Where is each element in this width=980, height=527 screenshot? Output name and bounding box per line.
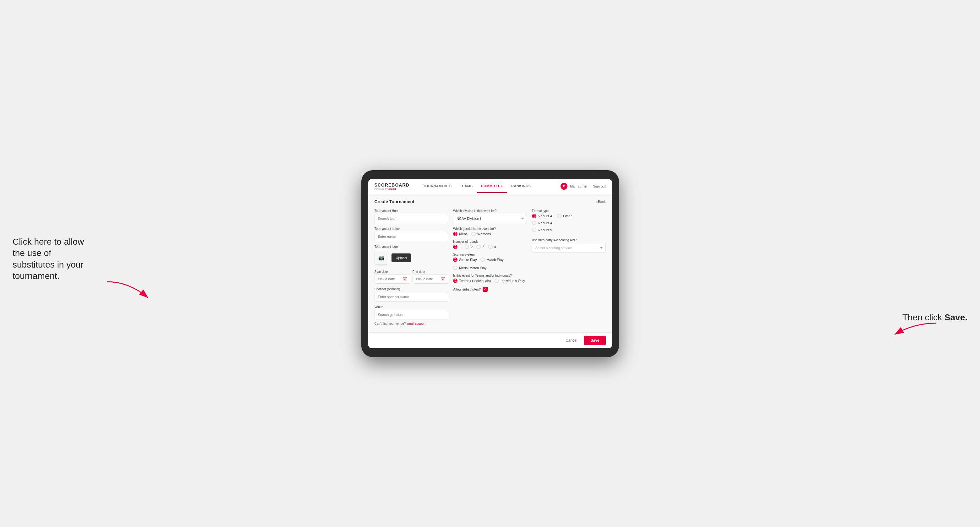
format-6count5[interactable]: 6 count 5 xyxy=(532,228,552,232)
teams-radio[interactable] xyxy=(453,279,458,283)
upload-button[interactable]: Upload xyxy=(391,254,411,262)
format-5count4-radio[interactable] xyxy=(532,214,536,218)
tournament-logo-label: Tournament logo xyxy=(374,245,449,248)
gender-label: Which gender is the event for? xyxy=(453,227,527,230)
nav-items: TOURNAMENTS TEAMS COMMITTEE RANKINGS xyxy=(420,179,553,193)
tablet-frame: SCOREBOARD Powered by clippd TOURNAMENTS… xyxy=(361,170,619,357)
scoring-api-group: Use third-party live scoring API? Select… xyxy=(532,238,606,252)
logo-placeholder: 📷 xyxy=(374,251,388,265)
teams-individuals-group: Is this event for Teams and/or Individua… xyxy=(453,274,527,283)
rounds-4[interactable]: 4 xyxy=(488,244,496,249)
tournament-host-group: Tournament Host xyxy=(374,209,449,223)
annotation-left: Click here to allow the use of substitut… xyxy=(13,236,94,282)
scoring-system-label: Scoring system xyxy=(453,253,527,256)
format-6count5-radio[interactable] xyxy=(532,228,536,232)
gender-womens-radio[interactable] xyxy=(471,232,476,236)
nav-right: B blair admin | Sign out xyxy=(560,183,606,190)
allow-substitutes-checkbox[interactable]: ✓ xyxy=(483,287,488,292)
nav-avatar: B xyxy=(560,183,568,190)
scoring-radio-group: Stroke Play Match Play Medal Match Play xyxy=(453,257,527,270)
rounds-2[interactable]: 2 xyxy=(465,244,473,249)
nav-username: blair admin xyxy=(570,184,587,188)
rounds-3-radio[interactable] xyxy=(476,244,481,249)
save-button[interactable]: Save xyxy=(584,336,606,345)
nav-committee[interactable]: COMMITTEE xyxy=(477,179,507,193)
format-type-label: Format type xyxy=(532,209,606,213)
form-column-2: Which division is the event for? NCAA Di… xyxy=(453,209,527,292)
rounds-1[interactable]: 1 xyxy=(453,244,461,249)
sign-out-link[interactable]: Sign out xyxy=(593,184,606,188)
format-other-radio[interactable] xyxy=(557,214,562,218)
venue-email-support[interactable]: email support xyxy=(407,322,425,325)
venue-label: Venue xyxy=(374,305,449,309)
format-row-1: 5 count 4 Other xyxy=(532,214,606,218)
page-content: Create Tournament ‹ Back Tournament Host xyxy=(368,194,612,332)
nav-bar: SCOREBOARD Powered by clippd TOURNAMENTS… xyxy=(368,179,612,194)
format-options: 5 count 4 Other xyxy=(532,214,606,232)
allow-substitutes-checkbox-group: Allow substitutes? ✓ xyxy=(453,287,527,292)
individuals-option[interactable]: Individuals Only xyxy=(495,279,525,283)
scoring-stroke-radio[interactable] xyxy=(453,257,458,262)
cancel-button[interactable]: Cancel xyxy=(562,337,581,344)
start-date-group: Start date 📅 xyxy=(374,268,410,284)
gender-radio-group: Mens Womens xyxy=(453,232,527,236)
venue-input[interactable] xyxy=(374,310,449,319)
individuals-radio[interactable] xyxy=(495,279,499,283)
form-footer: Cancel Save xyxy=(368,332,612,348)
gender-womens[interactable]: Womens xyxy=(471,232,491,236)
rounds-2-radio[interactable] xyxy=(465,244,469,249)
scoring-medal[interactable]: Medal Match Play xyxy=(453,266,487,270)
end-date-label: End date xyxy=(412,270,425,273)
start-date-input[interactable] xyxy=(374,274,410,284)
scoring-match[interactable]: Match Play xyxy=(480,257,503,262)
scoring-match-radio[interactable] xyxy=(480,257,485,262)
end-date-input[interactable] xyxy=(412,274,448,284)
format-5count4[interactable]: 5 count 4 xyxy=(532,214,552,218)
format-6count4[interactable]: 6 count 4 xyxy=(532,221,552,225)
allow-substitutes-group: Allow substitutes? ✓ xyxy=(453,287,527,292)
logo-scoreboard: SCOREBOARD xyxy=(374,183,409,187)
gender-mens-radio[interactable] xyxy=(453,232,458,236)
tournament-name-input[interactable] xyxy=(374,232,449,241)
format-other[interactable]: Other xyxy=(557,214,572,218)
back-button[interactable]: ‹ Back xyxy=(595,200,606,203)
allow-substitutes-label: Allow substitutes? xyxy=(453,287,481,291)
venue-group: Venue Can't find your venue? email suppo… xyxy=(374,305,449,325)
page-header: Create Tournament ‹ Back xyxy=(374,199,606,204)
venue-help: Can't find your venue? email support xyxy=(374,322,449,325)
gender-mens[interactable]: Mens xyxy=(453,232,468,236)
division-select[interactable]: NCAA Division I xyxy=(453,214,527,223)
end-date-wrapper: 📅 xyxy=(412,274,448,284)
tournament-host-input[interactable] xyxy=(374,214,449,223)
tournament-name-group: Tournament name xyxy=(374,227,449,241)
nav-rankings[interactable]: RANKINGS xyxy=(508,179,535,193)
start-date-wrapper: 📅 xyxy=(374,274,410,284)
tournament-host-label: Tournament Host xyxy=(374,209,449,213)
sponsor-label: Sponsor (optional) xyxy=(374,287,449,291)
nav-teams[interactable]: TEAMS xyxy=(456,179,476,193)
rounds-3[interactable]: 3 xyxy=(476,244,484,249)
format-row-2: 6 count 4 xyxy=(532,221,606,225)
left-arrow xyxy=(104,279,160,305)
sponsor-input[interactable] xyxy=(374,292,449,302)
tablet-screen: SCOREBOARD Powered by clippd TOURNAMENTS… xyxy=(368,179,612,348)
date-group: Start date 📅 End date xyxy=(374,268,449,284)
rounds-1-radio[interactable] xyxy=(453,244,458,249)
format-6count4-radio[interactable] xyxy=(532,221,536,225)
scoring-medal-radio[interactable] xyxy=(453,266,458,270)
format-type-group: Format type 5 count 4 Other xyxy=(532,209,606,232)
division-label: Which division is the event for? xyxy=(453,209,527,213)
scoring-stroke[interactable]: Stroke Play xyxy=(453,257,477,262)
division-group: Which division is the event for? NCAA Di… xyxy=(453,209,527,223)
scoring-api-label: Use third-party live scoring API? xyxy=(532,238,606,242)
scoring-api-select[interactable]: Select a scoring service xyxy=(532,243,606,252)
tournament-name-label: Tournament name xyxy=(374,227,449,230)
format-row-3: 6 count 5 xyxy=(532,228,606,232)
rounds-4-radio[interactable] xyxy=(488,244,493,249)
nav-tournaments[interactable]: TOURNAMENTS xyxy=(420,179,456,193)
annotation-right: Then click Save. xyxy=(902,312,967,323)
end-date-group: End date 📅 xyxy=(412,268,448,284)
tournament-logo-group: Tournament logo 📷 Upload xyxy=(374,245,449,265)
teams-option[interactable]: Teams (+Individuals) xyxy=(453,279,491,283)
page-title: Create Tournament xyxy=(374,199,414,204)
